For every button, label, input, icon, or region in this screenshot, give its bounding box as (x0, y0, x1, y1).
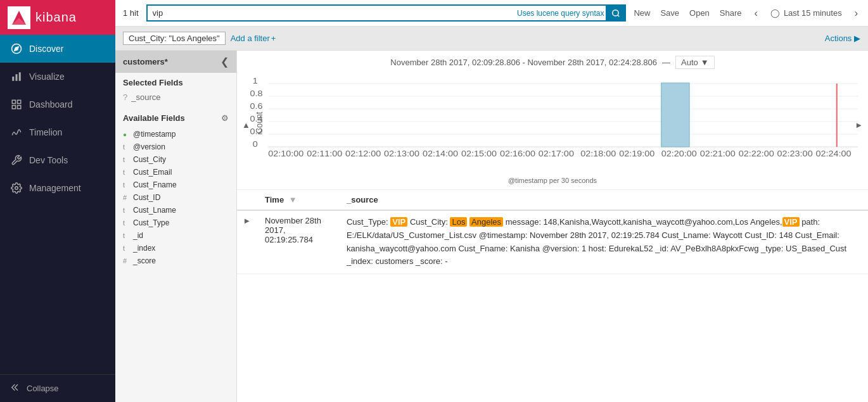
sidebar-item-visualize-label: Visualize (29, 72, 65, 82)
hits-count: 1 hit (123, 8, 139, 18)
expand-col-header (237, 190, 257, 210)
add-filter-button[interactable]: Add a filter + (231, 34, 276, 43)
field-item-id[interactable]: t _id (123, 229, 229, 242)
svg-text:02:13:00: 02:13:00 (384, 149, 419, 158)
sidebar-item-management[interactable]: Management (0, 174, 115, 202)
svg-text:0.8: 0.8 (250, 89, 262, 98)
next-time-button[interactable]: › (852, 8, 860, 19)
logo-area: kibana (0, 0, 115, 35)
highlight-vip-inline-badge: VIP (782, 217, 800, 227)
chart-wrapper: ▲ 1 0.8 0.6 0.4 0.2 0 (247, 74, 858, 175)
source-col-header: _source (339, 190, 868, 210)
plus-icon: + (271, 34, 276, 43)
source-cust-type-label: Cust_Type: (347, 217, 390, 227)
field-item-version[interactable]: t @version (123, 141, 229, 153)
time-range-selector[interactable]: ◯ Last 15 minutes (770, 8, 842, 18)
field-item-cust-fname[interactable]: t Cust_Fname (123, 179, 229, 191)
collapse-icon (10, 382, 20, 394)
grid-icon (10, 98, 23, 111)
save-button[interactable]: Save (660, 8, 679, 18)
filter-tag-label: Cust_City: "Los Angeles" (129, 34, 220, 43)
source-cell: Cust_Type: VIP Cust_City: Los Angeles me… (339, 210, 868, 274)
management-gear-icon (10, 182, 23, 194)
field-type-t: t (123, 168, 129, 176)
field-type-hash: # (123, 257, 129, 265)
svg-point-11 (15, 187, 18, 190)
field-item-cust-city[interactable]: t Cust_City (123, 153, 229, 166)
auto-selector[interactable]: Auto ▼ (675, 56, 715, 69)
new-button[interactable]: New (634, 8, 650, 18)
source-field-name: _source (131, 92, 160, 102)
svg-point-12 (613, 9, 618, 15)
sort-icon: ▼ (289, 195, 297, 204)
field-type-t: t (123, 156, 129, 163)
available-fields-title: Available Fields (123, 113, 185, 123)
chart-collapse-icon[interactable]: ► (855, 120, 863, 130)
table-row: ▶ November 28th 2017, 02:19:25.784 Cust_… (237, 210, 868, 274)
svg-rect-9 (12, 106, 15, 109)
actions-link[interactable]: Actions ▶ (825, 34, 860, 43)
svg-text:02:23:00: 02:23:00 (777, 149, 813, 158)
share-button[interactable]: Share (720, 8, 742, 18)
sidebar-item-timelion[interactable]: Timelion (0, 118, 115, 146)
bar-chart-icon (10, 70, 23, 83)
selected-fields-section: Selected Fields ? _source (115, 73, 236, 108)
sidebar: kibana Discover Visualize Dashboard Time… (0, 0, 115, 402)
table-body: ▶ November 28th 2017, 02:19:25.784 Cust_… (237, 210, 868, 274)
sidebar-item-dashboard[interactable]: Dashboard (0, 91, 115, 118)
open-button[interactable]: Open (689, 8, 710, 18)
collapse-label: Collapse (27, 384, 59, 393)
svg-text:1: 1 (253, 77, 258, 85)
field-item-score[interactable]: # _score (123, 254, 229, 267)
expand-cell: ▶ (237, 210, 257, 274)
field-item-index[interactable]: t _index (123, 242, 229, 254)
sidebar-item-management-label: Management (29, 183, 81, 193)
sidebar-item-discover[interactable]: Discover (0, 35, 115, 63)
svg-text:0: 0 (253, 140, 258, 149)
chart-expand-icon[interactable]: ▲ (242, 120, 250, 130)
svg-rect-6 (19, 72, 21, 81)
sidebar-item-devtools[interactable]: Dev Tools (0, 146, 115, 174)
svg-text:02:16:00: 02:16:00 (500, 149, 535, 158)
svg-marker-3 (15, 47, 18, 51)
field-item-cust-email[interactable]: t Cust_Email (123, 166, 229, 179)
field-item-timestamp[interactable]: ● @timestamp (123, 128, 229, 141)
highlight-city-badge: Los (450, 217, 467, 227)
prev-time-button[interactable]: ‹ (752, 8, 760, 19)
collapse-button[interactable]: Collapse (0, 374, 115, 402)
field-item-cust-lname[interactable]: t Cust_Lname (123, 204, 229, 217)
field-type-t: t (123, 244, 129, 252)
search-button[interactable] (606, 4, 626, 22)
table-header: Time ▼ _source (237, 190, 868, 210)
wrench-icon (10, 154, 23, 166)
expand-row-button[interactable]: ▶ (245, 217, 250, 224)
search-container: Uses lucene query syntax (146, 4, 627, 22)
search-input[interactable] (146, 4, 627, 22)
logo-icon (8, 6, 30, 29)
svg-text:02:17:00: 02:17:00 (539, 149, 574, 158)
field-type-hash: # (123, 194, 129, 201)
panel-collapse-button[interactable]: ❮ (220, 56, 229, 68)
source-field-item[interactable]: ? _source (123, 91, 229, 103)
right-panel: November 28th 2017, 02:09:28.806 - Novem… (237, 51, 868, 402)
svg-text:02:11:00: 02:11:00 (307, 149, 342, 158)
fields-settings-icon[interactable]: ⚙ (221, 113, 229, 123)
filter-tag-cust-city[interactable]: Cust_City: "Los Angeles" (123, 32, 226, 45)
field-type-t: t (123, 219, 129, 227)
content-area: customers* ❮ Selected Fields ? _source A… (115, 51, 868, 402)
field-item-cust-id[interactable]: # Cust_ID (123, 191, 229, 204)
topbar: 1 hit Uses lucene query syntax New Save … (115, 0, 868, 27)
source-content: Cust_Type: VIP Cust_City: Los Angeles me… (347, 216, 860, 268)
time-col-header[interactable]: Time ▼ (257, 190, 339, 210)
field-item-cust-type[interactable]: t Cust_Type (123, 217, 229, 229)
histogram-chart: 1 0.8 0.6 0.4 0.2 0 (247, 74, 858, 163)
svg-rect-26 (661, 83, 689, 147)
filterbar: Cust_City: "Los Angeles" Add a filter + … (115, 27, 868, 51)
svg-text:Count: Count (255, 111, 265, 134)
row-time: November 28th 2017, 02:19:25.784 (265, 216, 321, 244)
field-type-t: t (123, 181, 129, 189)
svg-text:02:12:00: 02:12:00 (345, 149, 381, 158)
sidebar-item-visualize[interactable]: Visualize (0, 63, 115, 91)
sidebar-item-timelion-label: Timelion (29, 127, 62, 137)
sidebar-item-devtools-label: Dev Tools (29, 155, 68, 165)
